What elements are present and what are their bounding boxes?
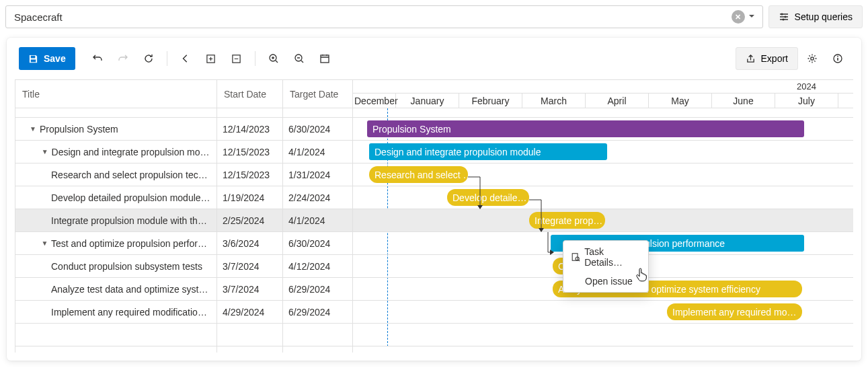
expander-icon[interactable]: ▼	[41, 240, 48, 248]
cell-start	[217, 324, 282, 346]
expander-icon[interactable]: ▼	[41, 148, 49, 156]
cell-target	[283, 324, 352, 346]
setup-queries-label: Setup queries	[795, 11, 853, 22]
col-start-header[interactable]: Start Date	[217, 80, 282, 108]
search-box: ✕	[5, 5, 763, 28]
col-target-header[interactable]: Target Date	[283, 80, 352, 108]
table-row[interactable]: Build and test life support system pro…	[15, 108, 216, 118]
table-row[interactable]: Research and select propulsion techn…	[15, 163, 216, 186]
save-button[interactable]: Save	[19, 47, 75, 70]
month-header: April	[586, 94, 649, 108]
search-input[interactable]	[14, 11, 732, 23]
info-button[interactable]	[826, 47, 849, 70]
table-row	[15, 324, 216, 346]
bar-research-select[interactable]: Research and select …	[369, 166, 468, 183]
cell-start: 2/25/2024	[217, 209, 282, 232]
gantt-panel: Save Export Title Build and test life su…	[7, 38, 861, 361]
cell-start: 12/14/2023	[217, 118, 282, 141]
settings-button[interactable]	[801, 47, 824, 70]
col-title-header[interactable]: Title	[15, 80, 216, 108]
redo-icon	[118, 53, 128, 64]
refresh-button[interactable]	[137, 47, 160, 70]
svg-point-2	[782, 19, 784, 21]
cell-start: 3/7/2024	[217, 278, 282, 301]
bar-develop-detailed[interactable]: Develop detaile…	[447, 189, 529, 206]
timeline-year: 2024	[797, 81, 816, 91]
table-row[interactable]: Analyze test data and optimize syste…	[15, 278, 216, 301]
cell-start: 1/19/2024	[217, 186, 282, 209]
clear-search-icon[interactable]: ✕	[732, 10, 745, 24]
search-dropdown-icon[interactable]	[745, 13, 758, 20]
today-button[interactable]	[313, 47, 336, 70]
table-row[interactable]: Integrate propulsion module with the…	[15, 209, 216, 232]
cell-target: 4/12/2024	[283, 255, 352, 278]
cell-target: 2/24/2024	[283, 186, 352, 209]
bar-integrate-module[interactable]: Integrate prop…	[529, 212, 605, 229]
save-icon	[28, 54, 38, 64]
table-row[interactable]: ▼Test and optimize propulsion performan…	[15, 232, 216, 255]
cell-target: 6/29/2024	[283, 278, 352, 301]
gantt: Title Build and test life support system…	[15, 79, 853, 353]
table-row[interactable]: ▼Design and integrate propulsion module	[15, 141, 216, 163]
table-row[interactable]: ▼Propulsion System	[15, 118, 216, 141]
export-icon	[746, 54, 756, 64]
expander-icon[interactable]: ▼	[29, 125, 37, 133]
back-button[interactable]	[174, 47, 197, 70]
cell-target: 4/1/2024	[283, 141, 352, 163]
export-label: Export	[761, 53, 788, 64]
timeline: 2024 December January February March Apr…	[353, 80, 853, 353]
expand-icon	[206, 54, 216, 64]
cell-target	[283, 108, 352, 118]
bar-implement[interactable]: Implement any required mo…	[667, 303, 802, 320]
zoom-in-icon	[268, 53, 279, 64]
toolbar: Save Export	[7, 38, 861, 75]
cell-target: 4/1/2024	[283, 209, 352, 232]
cell-start	[217, 108, 282, 118]
cell-start: 3/7/2024	[217, 255, 282, 278]
month-header: January	[396, 94, 459, 108]
collapse-icon	[231, 54, 241, 64]
month-header: July	[775, 94, 838, 108]
zoom-out-button[interactable]	[288, 47, 311, 70]
cell-target: 6/30/2024	[283, 118, 352, 141]
refresh-icon	[143, 53, 154, 64]
cell-target: 6/30/2024	[283, 232, 352, 255]
redo-button[interactable]	[112, 47, 134, 70]
context-menu: Task Details… Open issue	[563, 240, 649, 293]
table-row[interactable]: Implement any required modifications…	[15, 301, 216, 324]
menu-task-details[interactable]: Task Details…	[563, 242, 648, 272]
menu-task-details-label: Task Details…	[584, 246, 641, 268]
setup-icon	[779, 11, 789, 22]
undo-button[interactable]	[86, 47, 109, 70]
cell-start: 4/29/2024	[217, 301, 282, 324]
setup-queries-button[interactable]: Setup queries	[768, 5, 863, 28]
cell-start: 12/15/2023	[217, 163, 282, 186]
gear-icon	[807, 53, 818, 64]
timeline-months: December January February March April Ma…	[353, 94, 853, 108]
menu-open-issue[interactable]: Open issue	[563, 272, 648, 291]
bar-design-integrate[interactable]: Design and integrate propulsion module	[369, 143, 607, 160]
export-button[interactable]: Export	[736, 47, 798, 70]
cell-start: 12/15/2023	[217, 141, 282, 163]
bar-propulsion-system[interactable]: Propulsion System	[367, 120, 804, 137]
grid: Title Build and test life support system…	[15, 80, 353, 353]
table-row[interactable]: Develop detailed propulsion module …	[15, 186, 216, 209]
undo-icon	[92, 53, 103, 64]
month-header: June	[712, 94, 775, 108]
cell-target: 1/31/2024	[283, 163, 352, 186]
cell-target: 6/29/2024	[283, 301, 352, 324]
task-details-icon	[570, 252, 580, 262]
calendar-icon	[319, 53, 330, 64]
svg-point-10	[837, 56, 838, 57]
table-row[interactable]: Conduct propulsion subsystem tests	[15, 255, 216, 278]
chevron-left-icon	[181, 54, 190, 63]
month-header: December	[353, 94, 396, 108]
timeline-body: Propulsion System Design and integrate p…	[353, 108, 853, 346]
svg-point-8	[811, 57, 814, 60]
zoom-in-button[interactable]	[262, 47, 285, 70]
svg-point-0	[781, 13, 783, 15]
collapse-all-button[interactable]	[225, 47, 248, 70]
svg-point-1	[784, 16, 786, 18]
month-header: February	[459, 94, 522, 108]
expand-all-button[interactable]	[200, 47, 223, 70]
